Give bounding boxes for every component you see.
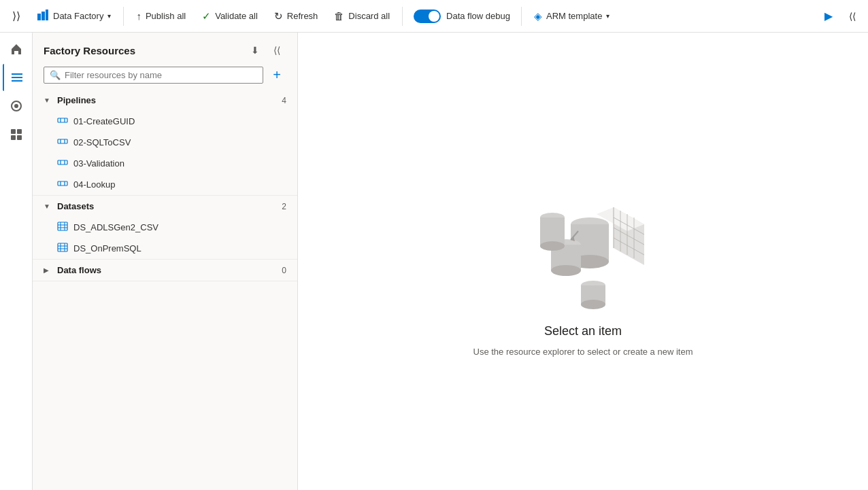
dataflows-chevron-icon: ▶ — [44, 266, 52, 274]
rail-manage-icon[interactable] — [3, 121, 30, 148]
discard-icon: 🗑 — [334, 10, 344, 22]
data-flow-debug-label: Data flow debug — [446, 11, 510, 21]
run-button[interactable]: ▶ — [818, 5, 839, 27]
svg-rect-29 — [58, 243, 67, 251]
resource-tree: ▼ Pipelines 4 01-CreateGUID — [33, 90, 297, 490]
svg-rect-0 — [37, 14, 41, 20]
empty-state-illustration — [501, 167, 665, 316]
divider-3 — [521, 7, 522, 26]
dataset-icon-02 — [57, 242, 68, 255]
panel-title: Factory Resources — [44, 45, 135, 56]
dataset-item-01[interactable]: DS_ADLSGen2_CSV — [33, 217, 297, 238]
refresh-button[interactable]: ↻ Refresh — [267, 6, 325, 27]
pipeline-item-04[interactable]: 04-Lookup — [33, 174, 297, 195]
datasets-section-name: Datasets — [57, 201, 94, 211]
pipeline-item-01[interactable]: 01-CreateGUID — [33, 111, 297, 132]
svg-rect-1 — [41, 12, 45, 20]
factory-name-button[interactable]: Data Factory ▾ — [30, 5, 118, 27]
empty-state-desc: Use the resource explorer to select or c… — [473, 347, 693, 357]
pipelines-section-header[interactable]: ▼ Pipelines 4 — [33, 90, 297, 111]
svg-rect-8 — [11, 129, 16, 134]
dataflows-section-left: ▶ Data flows — [44, 265, 101, 275]
rail-edit-icon[interactable] — [3, 64, 30, 91]
expand-icon: ⟩⟩ — [12, 10, 20, 22]
empty-state: Select an item Use the resource explorer… — [473, 167, 693, 357]
svg-rect-12 — [58, 118, 67, 122]
svg-rect-18 — [58, 160, 67, 164]
toolbar: ⟩⟩ Data Factory ▾ ↑ Publish all ✓ Valida… — [0, 0, 868, 33]
arm-icon: ◈ — [534, 10, 542, 22]
pipeline-icon-04 — [57, 178, 68, 191]
search-container: 🔍 + — [33, 65, 297, 90]
svg-rect-11 — [17, 135, 22, 140]
pipelines-section-name: Pipelines — [57, 95, 96, 105]
add-resource-button[interactable]: + — [267, 65, 286, 84]
search-icon: 🔍 — [50, 70, 61, 80]
dataflows-section-name: Data flows — [57, 265, 101, 275]
rail-home-icon[interactable] — [3, 35, 30, 63]
svg-rect-2 — [46, 10, 48, 20]
datasets-section-header[interactable]: ▼ Datasets 2 — [33, 196, 297, 217]
pipeline-label-04: 04-Lookup — [73, 179, 115, 190]
discard-all-button[interactable]: 🗑 Discard all — [327, 6, 397, 26]
svg-point-51 — [581, 300, 605, 309]
refresh-label: Refresh — [287, 11, 318, 21]
search-input[interactable] — [65, 70, 257, 80]
toggle-switch[interactable] — [414, 10, 441, 23]
pipeline-label-01: 01-CreateGUID — [73, 116, 135, 126]
expand-nav-button[interactable]: ⟩⟩ — [5, 5, 27, 27]
arm-template-label: ARM template — [546, 11, 602, 21]
dataset-icon-01 — [57, 221, 68, 234]
dataset-label-02: DS_OnPremSQL — [73, 243, 141, 253]
collapse-panel-button[interactable]: ⟨⟨ — [842, 7, 863, 26]
dataflows-section-header[interactable]: ▶ Data flows 0 — [33, 260, 297, 281]
validate-all-label: Validate all — [215, 11, 258, 21]
rail-monitor-icon[interactable] — [3, 92, 30, 120]
panel-header: Factory Resources ⬇ ⟨⟨ — [33, 33, 297, 65]
icon-rail — [0, 33, 33, 490]
svg-rect-10 — [11, 135, 16, 140]
datasets-chevron-icon: ▼ — [44, 203, 52, 210]
validate-icon: ✓ — [202, 10, 211, 22]
divider-1 — [123, 7, 124, 26]
pipeline-item-03[interactable]: 03-Validation — [33, 153, 297, 174]
main-layout: Factory Resources ⬇ ⟨⟨ 🔍 + — [0, 33, 868, 490]
svg-rect-15 — [58, 139, 67, 143]
svg-rect-4 — [12, 77, 22, 78]
pipeline-icon-02 — [57, 136, 68, 149]
datasets-count: 2 — [282, 202, 286, 211]
pipeline-icon-01 — [57, 115, 68, 128]
collapse-left-button[interactable]: ⬇ — [246, 41, 265, 60]
factory-name-label: Data Factory — [53, 11, 103, 21]
svg-point-48 — [551, 265, 581, 276]
empty-state-title: Select an item — [544, 324, 622, 338]
pipeline-item-02[interactable]: 02-SQLToCSV — [33, 132, 297, 153]
collapse-panel-side-icon: ⟨⟨ — [273, 45, 280, 56]
publish-icon: ↑ — [136, 10, 141, 22]
svg-point-7 — [14, 104, 18, 108]
validate-all-button[interactable]: ✓ Validate all — [195, 6, 265, 27]
panel-header-actions: ⬇ ⟨⟨ — [246, 41, 286, 60]
pipelines-section-left: ▼ Pipelines — [44, 95, 96, 105]
arm-template-button[interactable]: ◈ ARM template ▾ — [527, 6, 616, 27]
side-panel: Factory Resources ⬇ ⟨⟨ 🔍 + — [33, 33, 298, 490]
pipelines-count: 4 — [282, 96, 286, 105]
datasets-section-left: ▼ Datasets — [44, 201, 94, 211]
divider-2 — [402, 7, 403, 26]
dataset-item-02[interactable]: DS_OnPremSQL — [33, 238, 297, 259]
search-box[interactable]: 🔍 — [44, 67, 263, 84]
datasets-section: ▼ Datasets 2 DS — [33, 196, 297, 260]
pipelines-chevron-icon: ▼ — [44, 97, 52, 104]
svg-rect-24 — [58, 222, 67, 230]
publish-all-button[interactable]: ↑ Publish all — [129, 6, 193, 26]
dataflows-section: ▶ Data flows 0 — [33, 260, 297, 281]
pipeline-icon-03 — [57, 157, 68, 170]
collapse-panel-side-button[interactable]: ⟨⟨ — [267, 41, 286, 60]
run-icon: ▶ — [824, 10, 833, 22]
svg-rect-5 — [12, 73, 22, 75]
factory-chevron-icon: ▾ — [107, 12, 111, 20]
svg-point-54 — [540, 241, 565, 251]
svg-rect-3 — [12, 80, 22, 82]
publish-all-label: Publish all — [146, 11, 186, 21]
data-flow-debug-toggle[interactable]: Data flow debug — [408, 10, 516, 23]
